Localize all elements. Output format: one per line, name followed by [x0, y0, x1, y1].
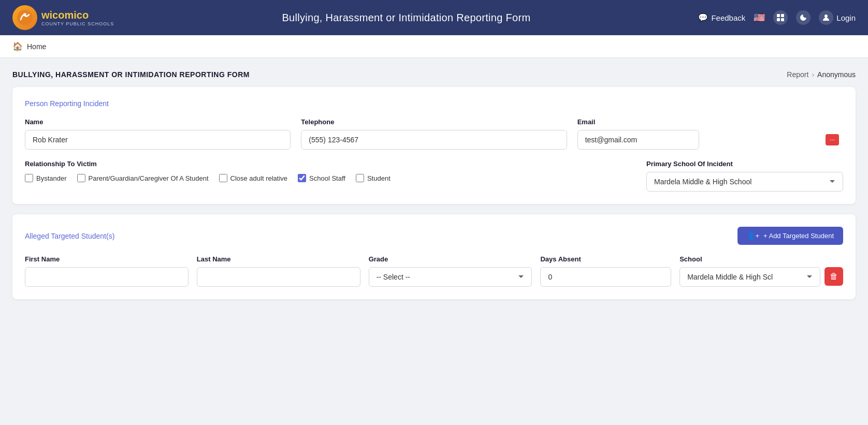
- checkbox-student[interactable]: Student: [356, 174, 390, 182]
- svg-rect-4: [777, 18, 780, 21]
- relationship-label: Relationship To Victim: [25, 160, 636, 168]
- student-school-with-delete: School Mardela Middle & High Scl Bennett…: [679, 255, 843, 287]
- main-content: BULLYING, HARASSMENT OR INTIMIDATION REP…: [0, 58, 868, 322]
- checkbox-close-relative-input[interactable]: [219, 174, 227, 182]
- dots-icon: ···: [830, 136, 835, 143]
- home-link[interactable]: Home: [27, 42, 46, 51]
- name-label: Name: [25, 118, 291, 126]
- targeted-students-section: Alleged Targeted Student(s) 👤+ + Add Tar…: [12, 214, 856, 299]
- checkbox-close-relative[interactable]: Close adult relative: [219, 174, 288, 182]
- breadcrumb: Report › Anonymous: [787, 70, 856, 79]
- email-input[interactable]: [577, 130, 699, 150]
- student-last-name-group: Last Name: [197, 255, 360, 287]
- breadcrumb-nav: 🏠 Home: [0, 35, 868, 58]
- primary-school-label: Primary School Of Incident: [646, 160, 843, 168]
- breadcrumb-current: Anonymous: [817, 70, 856, 79]
- relationship-row: Relationship To Victim Bystander Parent/…: [25, 160, 843, 192]
- primary-school-select[interactable]: Mardela Middle & High School Bennett Mid…: [646, 172, 843, 192]
- person-reporting-section: Person Reporting Incident Name Telephone…: [12, 87, 856, 204]
- primary-school-group: Primary School Of Incident Mardela Middl…: [646, 160, 843, 192]
- home-icon: 🏠: [12, 41, 23, 51]
- checkbox-school-staff[interactable]: School Staff: [298, 174, 345, 182]
- logo-text: wicomico County Public Schools: [41, 9, 114, 27]
- login-label: Login: [836, 13, 856, 22]
- checkbox-parent-label: Parent/Guardian/Caregiver Of A Student: [89, 174, 209, 182]
- delete-student-button[interactable]: 🗑: [824, 267, 843, 286]
- page-title: BULLYING, HARASSMENT OR INTIMIDATION REP…: [12, 70, 250, 79]
- student-school-select[interactable]: Mardela Middle & High Scl Bennett Middle…: [679, 267, 820, 287]
- logo[interactable]: wicomico County Public Schools: [12, 5, 114, 30]
- telephone-input[interactable]: [301, 130, 567, 150]
- student-first-name-label: First Name: [25, 255, 189, 263]
- svg-rect-3: [781, 14, 784, 17]
- feedback-icon: 💬: [698, 13, 708, 22]
- app-header: wicomico County Public Schools Bullying,…: [0, 0, 868, 35]
- student-last-name-input[interactable]: [197, 267, 360, 287]
- feedback-button[interactable]: 💬 Feedback: [698, 13, 745, 22]
- telephone-label: Telephone: [301, 118, 567, 126]
- logo-icon: [12, 5, 37, 30]
- svg-point-1: [23, 13, 26, 16]
- student-grade-group: Grade -- Select -- K 1 2 3 4 5 6 7 8 9 1…: [369, 255, 532, 287]
- breadcrumb-separator: ›: [812, 70, 814, 79]
- checkboxes-row: Bystander Parent/Guardian/Caregiver Of A…: [25, 174, 636, 182]
- svg-rect-2: [777, 14, 780, 17]
- dark-mode-toggle[interactable]: [796, 10, 811, 25]
- checkbox-school-staff-input[interactable]: [298, 174, 306, 182]
- student-grade-select[interactable]: -- Select -- K 1 2 3 4 5 6 7 8 9 10 11 1…: [369, 267, 532, 287]
- header-actions: 💬 Feedback 🇺🇸 Login: [698, 10, 856, 25]
- logo-sub: County Public Schools: [41, 21, 114, 27]
- checkbox-parent-input[interactable]: [77, 174, 85, 182]
- section1-label: Person Reporting Incident: [25, 99, 843, 108]
- page-header: BULLYING, HARASSMENT OR INTIMIDATION REP…: [12, 70, 856, 79]
- svg-point-0: [17, 10, 33, 25]
- student-days-absent-group: Days Absent: [540, 255, 671, 287]
- user-icon: [819, 10, 833, 25]
- student-form-row: First Name Last Name Grade -- Select -- …: [25, 255, 843, 287]
- checkbox-student-input[interactable]: [356, 174, 364, 182]
- checkbox-student-label: Student: [367, 174, 390, 182]
- email-input-wrapper: ···: [577, 130, 843, 150]
- email-options-button[interactable]: ···: [826, 134, 839, 145]
- login-button[interactable]: Login: [819, 10, 856, 25]
- student-grade-label: Grade: [369, 255, 532, 263]
- student-last-name-label: Last Name: [197, 255, 360, 263]
- checkbox-bystander-input[interactable]: [25, 174, 33, 182]
- student-first-name-group: First Name: [25, 255, 189, 287]
- breadcrumb-parent: Report: [787, 70, 808, 79]
- add-student-icon: 👤+: [747, 232, 759, 240]
- trash-icon: 🗑: [830, 272, 838, 281]
- feedback-label: Feedback: [711, 13, 745, 22]
- section2-label: Alleged Targeted Student(s): [25, 232, 114, 240]
- checkbox-bystander-label: Bystander: [36, 174, 67, 182]
- checkbox-bystander[interactable]: Bystander: [25, 174, 67, 182]
- email-label: Email: [577, 118, 843, 126]
- student-school-group: School Mardela Middle & High Scl Bennett…: [679, 255, 820, 287]
- name-group: Name: [25, 118, 291, 150]
- grid-icon[interactable]: [773, 10, 788, 25]
- student-days-absent-label: Days Absent: [540, 255, 671, 263]
- student-school-label: School: [679, 255, 820, 263]
- checkbox-school-staff-label: School Staff: [309, 174, 345, 182]
- section2-header-row: Alleged Targeted Student(s) 👤+ + Add Tar…: [25, 227, 843, 245]
- student-days-absent-input[interactable]: [540, 267, 671, 287]
- relationship-section: Relationship To Victim Bystander Parent/…: [25, 160, 636, 182]
- student-first-name-input[interactable]: [25, 267, 189, 287]
- name-tel-email-row: Name Telephone Email ···: [25, 118, 843, 150]
- add-student-label: + Add Targeted Student: [763, 232, 834, 240]
- checkbox-close-relative-label: Close adult relative: [230, 174, 288, 182]
- telephone-group: Telephone: [301, 118, 567, 150]
- logo-main: wicomico: [41, 9, 114, 21]
- header-title: Bullying, Harassment or Intimidation Rep…: [114, 12, 698, 24]
- language-selector[interactable]: 🇺🇸: [754, 12, 765, 23]
- email-group: Email ···: [577, 118, 843, 150]
- svg-rect-5: [781, 18, 784, 21]
- svg-point-6: [824, 14, 828, 18]
- checkbox-parent[interactable]: Parent/Guardian/Caregiver Of A Student: [77, 174, 209, 182]
- name-input[interactable]: [25, 130, 291, 150]
- add-targeted-student-button[interactable]: 👤+ + Add Targeted Student: [737, 227, 843, 245]
